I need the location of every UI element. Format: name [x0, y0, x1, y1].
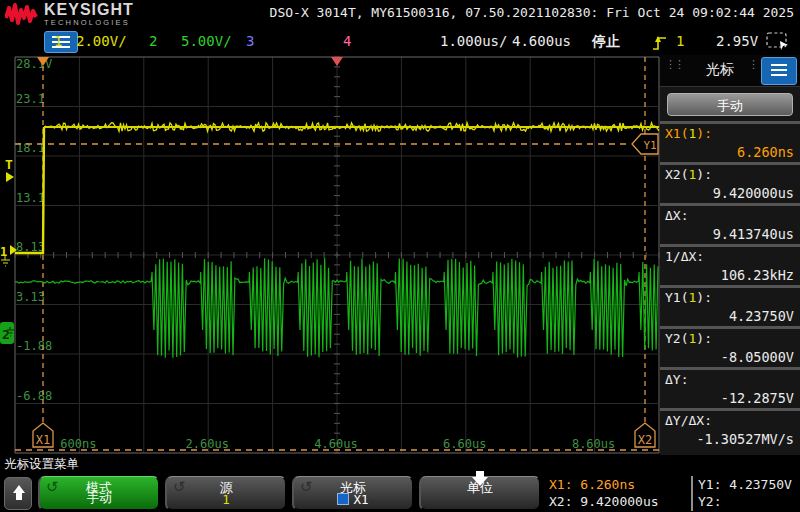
trigger-level-marker: T	[5, 157, 13, 172]
cursor-field-x2: X2(1):9.420000us	[660, 162, 800, 203]
cursor-field-x: ΔX:9.413740us	[660, 203, 800, 244]
trigger-level-arrow-icon	[6, 172, 14, 182]
cursor-field-y2: Y2(1):-8.05000V	[660, 326, 800, 367]
up-arrow-icon	[13, 485, 25, 493]
svg-text:600ns: 600ns	[60, 437, 96, 451]
ch2-button[interactable]: 2	[149, 33, 157, 49]
y2-readout: Y2: -8.05000V	[698, 493, 798, 512]
cursor-y-readout: Y1: 4.23750V Y2: -8.05000V	[698, 476, 798, 511]
trigger-source: 1	[676, 33, 684, 49]
svg-text:13.1: 13.1	[16, 191, 45, 205]
ch1-scale[interactable]: 2.00V/	[76, 33, 127, 49]
sidebar-header: ⋮⋮ 光标 ⋮⋮	[660, 55, 800, 87]
delay-readout[interactable]: 4.600us	[512, 33, 571, 49]
cursor-field-1x: 1/ΔX:106.23kHz	[660, 244, 800, 285]
ch3-button[interactable]: 3	[246, 33, 254, 49]
svg-text:Y1: Y1	[643, 139, 656, 152]
readout-divider	[691, 476, 693, 511]
down-arrow-icon	[472, 477, 488, 501]
cursor-checkbox-icon	[337, 493, 349, 505]
svg-text:23.1: 23.1	[16, 92, 45, 106]
cursor-field-y1: Y1(1):4.23750V	[660, 285, 800, 326]
softkey-3[interactable]: ↺光标X1	[292, 476, 414, 511]
sidebar-menu-icon[interactable]	[761, 57, 797, 85]
svg-text:-1.88: -1.88	[16, 339, 52, 353]
svg-text:8.60us: 8.60us	[572, 437, 615, 451]
cursor-field-yx: ΔY/ΔX:-1.30527MV/s	[660, 408, 800, 449]
cursor-x-readout: X1: 6.260ns X2: 9.420000us	[549, 476, 689, 511]
ch4-button[interactable]: 4	[343, 33, 351, 49]
x1-readout: X1: 6.260ns	[549, 476, 689, 493]
svg-text:2.60us: 2.60us	[186, 437, 229, 451]
svg-text:2: 2	[2, 327, 10, 342]
ch1-ground-marker: 1	[0, 245, 7, 259]
channel-bar: 1 2.00V/ 2 5.00V/ 3 4 1.000us/ 4.600us 停…	[0, 28, 800, 55]
softkey-2[interactable]: ↺源1	[165, 476, 287, 511]
brand: KEYSIGHT TECHNOLOGIES	[44, 2, 134, 27]
timebase-readout[interactable]: 1.000us/	[440, 33, 507, 49]
drag-handle-icon[interactable]: ⋮⋮	[665, 62, 675, 78]
system-title: DSO-X 3014T, MY61500316, 07.50.202110283…	[270, 5, 794, 20]
keysight-logo-icon	[5, 2, 41, 26]
oscilloscope-screen: KEYSIGHT TECHNOLOGIES DSO-X 3014T, MY615…	[0, 0, 800, 512]
x2-readout: X2: 9.420000us	[549, 493, 689, 510]
softkey-bar: 光标设置菜单 ↺模式手动↺源1↺光标X1单位 X1: 6.260ns X2: 9…	[0, 455, 800, 512]
brand-sub: TECHNOLOGIES	[44, 19, 134, 27]
softkey-4[interactable]: 单位	[419, 476, 541, 511]
sidebar-title: 光标	[690, 61, 750, 79]
drag-handle-icon[interactable]: ⋮⋮	[748, 62, 758, 78]
svg-text:-6.88: -6.88	[16, 389, 52, 403]
ch1-button[interactable]: 1	[54, 33, 62, 49]
waveform-display: 28.1V23.118.113.18.133.13-1.88-6.88600ns…	[0, 55, 660, 455]
back-button[interactable]	[4, 477, 32, 510]
cursor-x1-flag-label: X1	[36, 433, 50, 447]
logo-bar: KEYSIGHT TECHNOLOGIES DSO-X 3014T, MY615…	[0, 0, 800, 28]
cursor-fields: X1(1):6.260nsX2(1):9.420000usΔX:9.413740…	[660, 121, 800, 449]
svg-text:6.60us: 6.60us	[443, 437, 486, 451]
y1-readout: Y1: 4.23750V	[698, 476, 798, 493]
brand-name: KEYSIGHT	[44, 1, 134, 18]
trigger-level[interactable]: 2.95V	[716, 33, 758, 49]
region-select-icon[interactable]	[766, 32, 790, 51]
cursor-field-x1: X1(1):6.260ns	[660, 121, 800, 162]
menu-title: 光标设置菜单	[4, 456, 79, 473]
cursor-sidebar: ⋮⋮ 光标 ⋮⋮ 手动 X1(1):6.260nsX2(1):9.420000u…	[660, 55, 800, 455]
softkey-1[interactable]: ↺模式手动	[38, 476, 160, 511]
cursor-x2-flag-label: X2	[638, 433, 652, 447]
trigger-slope-icon	[652, 32, 668, 52]
run-state-badge: 停止	[592, 33, 620, 51]
svg-text:4.60us: 4.60us	[314, 437, 357, 451]
time-reference-marker-icon	[331, 57, 343, 66]
cursor-mode-button[interactable]: 手动	[667, 93, 793, 116]
cursor-field-y: ΔY:-12.2875V	[660, 367, 800, 408]
ch2-scale[interactable]: 5.00V/	[181, 33, 232, 49]
svg-text:3.13: 3.13	[16, 290, 45, 304]
svg-text:18.1: 18.1	[16, 141, 45, 155]
